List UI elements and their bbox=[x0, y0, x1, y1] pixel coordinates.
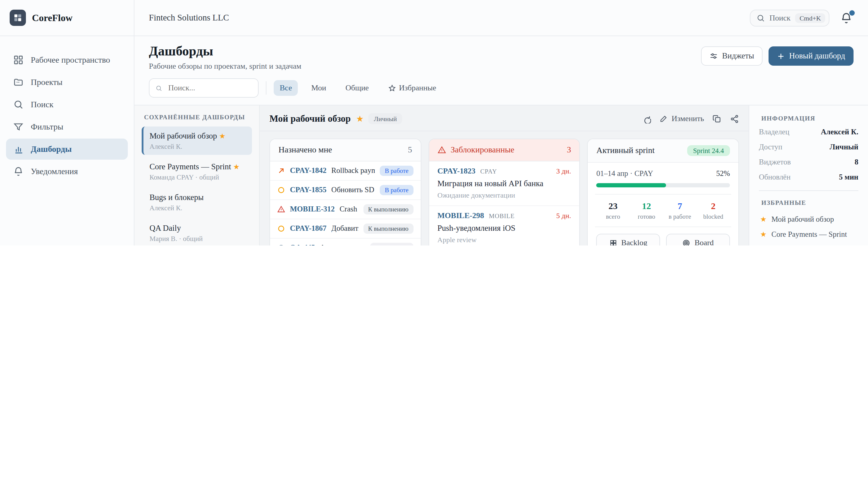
main-area: Дашборды Рабочие обзоры по проектам, spr… bbox=[134, 36, 868, 246]
field-label: Виджетов bbox=[759, 158, 791, 167]
star-icon: ★ bbox=[760, 215, 767, 224]
saved-dashboard-item[interactable]: Bugs и блокеры Алексей К. bbox=[142, 188, 252, 216]
field-value: Алексей К. bbox=[821, 128, 859, 137]
sprint-progress-track bbox=[596, 183, 730, 187]
field-label: Обновлён bbox=[759, 173, 790, 182]
divider bbox=[759, 191, 858, 191]
task-title: Миграция на новый API банка bbox=[437, 179, 571, 189]
favorite-item[interactable]: ★Release 2026.04 bbox=[759, 242, 858, 246]
saved-dashboard-item[interactable]: Мой рабочий обзор ★ Алексей К. bbox=[142, 126, 252, 155]
edit-label: Изменить bbox=[672, 114, 704, 123]
sidebar-item-notifications[interactable]: Уведомления bbox=[6, 161, 128, 182]
favorite-item[interactable]: ★Core Payments — Sprint bbox=[759, 227, 858, 242]
backlog-button[interactable]: Backlog bbox=[596, 234, 660, 246]
search-icon bbox=[156, 84, 162, 92]
dashboard-header: Мой рабочий обзор ★ Личный Изменить bbox=[260, 106, 749, 131]
sidebar-item-search[interactable]: Поиск bbox=[6, 94, 128, 115]
stat-label: blocked bbox=[697, 213, 730, 220]
notifications-button[interactable] bbox=[840, 12, 852, 24]
duplicate-button[interactable] bbox=[712, 114, 722, 123]
stat-in-progress: 7 bbox=[663, 201, 697, 211]
saved-dashboards-panel: СОХРАНЁННЫЕ ДАШБОРДЫ Мой рабочий обзор ★… bbox=[134, 106, 260, 246]
sidebar-item-label: Дашборды bbox=[31, 144, 72, 154]
star-icon: ★ bbox=[760, 230, 767, 239]
task-key[interactable]: CPAY-1867 bbox=[290, 224, 327, 233]
widget-title: Заблокированные bbox=[451, 145, 514, 155]
star-icon[interactable]: ★ bbox=[356, 114, 363, 124]
widgets-button[interactable]: Виджеты bbox=[701, 47, 762, 66]
status-badge: В работе bbox=[380, 185, 414, 195]
task-title: Push-уведомления iOS bbox=[437, 224, 571, 233]
edit-button[interactable]: Изменить bbox=[660, 114, 704, 123]
info-field: ДоступЛичный bbox=[759, 143, 858, 152]
tab-shared[interactable]: Общие bbox=[339, 80, 375, 96]
status-badge: К выполнению bbox=[363, 204, 413, 214]
global-search-button[interactable]: Поиск Cmd+K bbox=[750, 9, 830, 26]
share-button[interactable] bbox=[730, 114, 739, 123]
divider bbox=[595, 194, 731, 195]
field-value: 8 bbox=[855, 158, 859, 167]
page-header: Дашборды Рабочие обзоры по проектам, spr… bbox=[134, 36, 868, 106]
task-key[interactable]: CPAY-1823 bbox=[437, 166, 475, 176]
sprint-percent: 52% bbox=[716, 169, 730, 178]
saved-name: Мой рабочий обзор bbox=[149, 131, 217, 140]
task-key[interactable]: MOBILE-298 bbox=[437, 211, 484, 221]
grid-icon bbox=[13, 55, 24, 65]
saved-name: QA Daily bbox=[149, 224, 181, 233]
global-search-label: Поиск bbox=[769, 13, 790, 23]
task-row[interactable]: CPAY-1842 Rollback paym… В работе bbox=[270, 162, 420, 181]
saved-dashboard-item[interactable]: QA Daily Мария В. · общий bbox=[142, 219, 252, 246]
info-field: Виджетов8 bbox=[759, 158, 858, 167]
task-row[interactable]: CPAY-1855 Обновить SD… В работе bbox=[270, 181, 420, 200]
saved-dashboard-item[interactable]: Core Payments — Sprint ★ Команда CPAY · … bbox=[142, 157, 252, 185]
task-key[interactable]: CPAY-1855 bbox=[290, 185, 327, 195]
sidebar-item-workspace[interactable]: Рабочее пространство bbox=[6, 49, 128, 70]
task-row[interactable]: MOBILE-312 Crash … К выполнению bbox=[270, 200, 420, 219]
project-tag: CPAY bbox=[480, 168, 497, 175]
backlog-label: Backlog bbox=[621, 238, 647, 246]
funnel-icon bbox=[13, 122, 24, 132]
task-key[interactable]: CPAY-1842 bbox=[290, 166, 327, 175]
sidebar-item-dashboards[interactable]: Дашборды bbox=[6, 139, 128, 160]
tab-label: Избранные bbox=[399, 83, 437, 93]
widget-grid: Назначено мне5 CPAY-1842 Rollback paym… … bbox=[260, 131, 749, 246]
task-title: Добавить… bbox=[331, 224, 358, 233]
tab-label: Общие bbox=[345, 83, 369, 93]
task-key[interactable]: QA-445 bbox=[290, 243, 315, 246]
sidebar-item-filters[interactable]: Фильтры bbox=[6, 116, 128, 137]
divider bbox=[266, 81, 267, 94]
task-row[interactable]: CPAY-1867 Добавить… К выполнению bbox=[270, 219, 420, 238]
task-row[interactable]: QA-445 Автотесты для… На проверке bbox=[270, 238, 420, 246]
board-button[interactable]: Board bbox=[666, 234, 730, 246]
task-key[interactable]: MOBILE-312 bbox=[290, 205, 335, 214]
search-icon bbox=[756, 13, 765, 22]
plus-icon bbox=[777, 52, 785, 60]
saved-name: Bugs и блокеры bbox=[149, 193, 204, 202]
target-icon bbox=[682, 239, 690, 246]
pencil-icon bbox=[660, 114, 668, 123]
tab-my[interactable]: Мои bbox=[305, 80, 332, 96]
favorites-section-title: ИЗБРАННЫЕ bbox=[761, 199, 856, 206]
tab-all[interactable]: Все bbox=[274, 80, 298, 96]
refresh-button[interactable] bbox=[642, 114, 651, 123]
top-bar: Fintech Solutions LLC Поиск Cmd+K bbox=[134, 0, 868, 36]
warning-icon bbox=[437, 146, 446, 154]
share-icon bbox=[730, 114, 739, 123]
dashboards-search-input[interactable] bbox=[167, 83, 252, 93]
sidebar-item-projects[interactable]: Проекты bbox=[6, 72, 128, 93]
dashboards-search-field[interactable] bbox=[149, 78, 259, 97]
widget-count: 3 bbox=[567, 145, 571, 155]
widget-assigned: Назначено мне5 CPAY-1842 Rollback paym… … bbox=[270, 139, 421, 246]
sidebar-item-label: Поиск bbox=[31, 100, 53, 109]
tab-favorites[interactable]: Избранные bbox=[382, 80, 443, 96]
sprint-progress-fill bbox=[596, 183, 666, 187]
saved-section-title: СОХРАНЁННЫЕ ДАШБОРДЫ bbox=[144, 114, 250, 120]
widget-title: Активный sprint bbox=[596, 146, 654, 155]
blocked-reason: Ожидание документации bbox=[437, 191, 571, 200]
favorite-item[interactable]: ★Мой рабочий обзор bbox=[759, 212, 858, 227]
new-dashboard-button[interactable]: Новый дашборд bbox=[768, 47, 853, 66]
info-section-title: ИНФОРМАЦИЯ bbox=[761, 115, 856, 122]
blocked-task-row[interactable]: MOBILE-298MOBILE5 дн. Push-уведомления i… bbox=[429, 206, 579, 246]
star-icon: ★ bbox=[233, 163, 240, 171]
blocked-task-row[interactable]: CPAY-1823CPAY3 дн. Миграция на новый API… bbox=[429, 162, 579, 206]
